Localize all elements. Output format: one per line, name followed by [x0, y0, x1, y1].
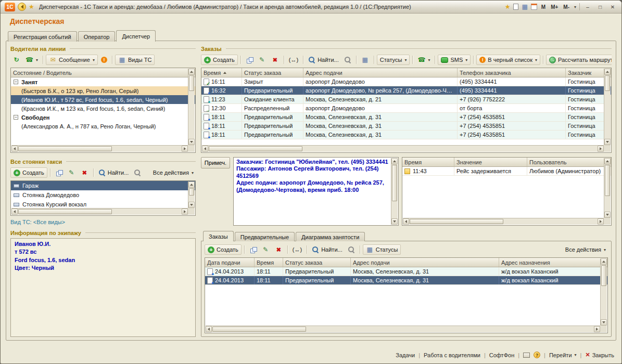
preliminary-order-row-selected[interactable]: 24.04.2013 18:11 Предварительный Москва,… — [205, 276, 607, 285]
find-button[interactable]: Найти... — [96, 167, 131, 178]
order-row[interactable]: 18:11 Предварительный Москва, Селезневск… — [201, 122, 611, 131]
edit-button[interactable]: ✎ — [66, 167, 78, 178]
scroll-down-button[interactable] — [601, 319, 607, 326]
clear-find-button[interactable] — [342, 55, 353, 65]
calc-route-button[interactable]: →Рассчитать маршрут — [546, 55, 612, 65]
copy-button[interactable] — [244, 55, 255, 65]
driver-row[interactable]: (Быстров Б.К., о 123 кр, Рено Логан, Сер… — [11, 86, 195, 95]
order-row[interactable]: 11:23 Ожидание клиента Москва, Селезневс… — [201, 95, 611, 104]
vertical-scrollbar[interactable] — [188, 69, 195, 145]
column-header-phone[interactable]: Телефон заказчика — [458, 68, 566, 77]
scroll-right-button[interactable] — [594, 326, 600, 332]
scroll-down-button[interactable] — [188, 202, 195, 208]
calendar-icon[interactable] — [531, 4, 537, 10]
note-text-area[interactable]: Заказчик: Гостиница "Юбилейная", тел. (4… — [233, 157, 399, 226]
softfon-link[interactable]: СофтФон — [489, 352, 514, 358]
order-row[interactable]: 16:11 Закрыт аэропорт Домодедово (495) 3… — [201, 77, 611, 86]
create-button[interactable]: +Создать — [205, 244, 242, 255]
scroll-up-button[interactable] — [391, 158, 398, 164]
collapse-icon[interactable]: − — [14, 115, 18, 120]
minimize-button[interactable]: – — [583, 3, 592, 11]
scrollbar-thumb[interactable] — [18, 146, 112, 151]
driver-group-row[interactable]: −Свободен — [11, 113, 195, 122]
find-button[interactable]: Найти... — [310, 244, 345, 255]
column-header-date[interactable]: Дата подачи — [205, 258, 255, 267]
scrollbar-thumb[interactable] — [601, 265, 606, 286]
vertical-scrollbar[interactable] — [604, 69, 611, 145]
column-header-value[interactable]: Значение — [454, 158, 527, 166]
order-row[interactable]: 18:11 Предварительный Москва, Селезневск… — [201, 131, 611, 139]
softphone-icon[interactable] — [523, 353, 530, 358]
call-customer-button[interactable]: ☎▾ — [415, 55, 432, 65]
column-header-time[interactable]: Время — [255, 258, 283, 267]
clear-find-button[interactable] — [132, 167, 143, 178]
subtab-preliminary[interactable]: Предварительные — [235, 232, 295, 241]
scrollbar-thumb[interactable] — [189, 75, 194, 91]
subtab-orders[interactable]: Заказы — [203, 231, 234, 241]
delete-button[interactable]: ✖ — [273, 244, 285, 255]
goto-button[interactable]: Перейти▾ — [549, 352, 577, 358]
all-actions-button[interactable]: Все действия▾ — [563, 244, 608, 255]
scroll-down-button[interactable] — [604, 139, 611, 145]
collapse-icon[interactable]: − — [14, 80, 18, 84]
stand-row[interactable]: Стоянка Домодедово — [11, 190, 195, 200]
scroll-up-button[interactable] — [188, 69, 195, 75]
scroll-up-button[interactable] — [601, 258, 607, 265]
vertical-scrollbar[interactable] — [188, 181, 195, 208]
blacklist-button[interactable]: !В черный список▾ — [476, 55, 540, 65]
subtab-occupancy-chart[interactable]: Диаграмма занятости — [296, 232, 365, 241]
message-button[interactable]: ✉Сообщение▾ — [46, 55, 98, 65]
scroll-down-button[interactable] — [604, 212, 611, 218]
scrollbar-thumb[interactable] — [410, 219, 503, 224]
driver-row-selected[interactable]: (Иванов Ю.И., т 572 вс, Ford focus, 1.6,… — [11, 95, 195, 104]
scrollbar-thumb[interactable] — [18, 209, 112, 214]
sms-button[interactable]: SMS▾ — [438, 55, 471, 65]
horizontal-scrollbar[interactable] — [403, 218, 604, 225]
scrollbar-thumb[interactable] — [212, 327, 306, 332]
column-header-time[interactable]: Время — [402, 158, 454, 166]
help-icon[interactable]: ? — [534, 352, 540, 358]
clear-find-button[interactable] — [346, 244, 357, 255]
vertical-scrollbar[interactable] — [604, 158, 611, 218]
event-row[interactable]: 11:43 Рейс задерживается Любимов (Админи… — [402, 167, 611, 176]
tasks-link[interactable]: Задачи — [396, 352, 415, 358]
favorites-star-icon[interactable]: ★ — [29, 3, 34, 10]
column-header-user[interactable]: Пользователь — [527, 158, 611, 166]
driver-group-row[interactable]: −Занят — [11, 77, 195, 86]
scroll-left-button[interactable] — [11, 209, 18, 215]
delete-button[interactable]: ✖ — [79, 167, 91, 178]
column-header-address[interactable]: Адрес подачи — [351, 258, 499, 267]
close-button[interactable]: ✕ — [608, 3, 617, 11]
vehicle-type-filter-link[interactable]: Вид ТС: <Все виды> — [10, 217, 196, 227]
scrollbar-thumb[interactable] — [189, 188, 194, 196]
call-driver-button[interactable]: ☎▾ — [23, 55, 40, 65]
horizontal-scrollbar[interactable] — [206, 326, 600, 332]
statuses-button[interactable]: ▦Статусы — [363, 244, 401, 255]
chevron-down-icon[interactable]: ▾ — [574, 5, 576, 9]
close-page-button[interactable]: ✕Закрыть — [585, 352, 614, 358]
horizontal-scrollbar[interactable] — [202, 145, 604, 152]
scroll-left-button[interactable] — [202, 146, 208, 152]
refresh-button[interactable]: ↻ — [10, 55, 22, 65]
edit-button[interactable]: ✎ — [256, 55, 268, 65]
column-header-destination[interactable]: Адрес назначения — [499, 258, 607, 267]
preliminary-order-row[interactable]: 24.04.2013 18:11 Предварительный Москва,… — [205, 267, 607, 276]
add-favorite-icon[interactable]: ★ — [505, 3, 511, 10]
scroll-down-button[interactable] — [391, 218, 398, 225]
driver-row[interactable]: (Краснов И.К., м 123 ка, Ford focus, 1.6… — [11, 104, 195, 113]
scroll-down-button[interactable] — [188, 139, 195, 145]
horizontal-scrollbar[interactable] — [11, 145, 188, 152]
scroll-left-button[interactable] — [11, 146, 18, 152]
scrollbar-thumb[interactable] — [392, 165, 397, 201]
document-icon[interactable] — [513, 4, 518, 10]
link-mode-button[interactable]: (↔) — [287, 55, 300, 65]
note-button[interactable]: Примеч. — [201, 157, 230, 168]
statuses-button[interactable]: Статусы▾ — [377, 55, 410, 65]
scroll-left-button[interactable] — [403, 218, 409, 225]
warning-button[interactable]: ! — [99, 55, 109, 65]
tab-operator[interactable]: Оператор — [78, 31, 116, 42]
create-button[interactable]: +Создать — [10, 167, 47, 178]
scroll-right-button[interactable] — [182, 146, 188, 152]
window-titlebar[interactable]: 1С ★ Диспетчерская - 1С Такси и аренда: … — [1, 1, 621, 14]
vertical-scrollbar[interactable] — [391, 158, 398, 225]
